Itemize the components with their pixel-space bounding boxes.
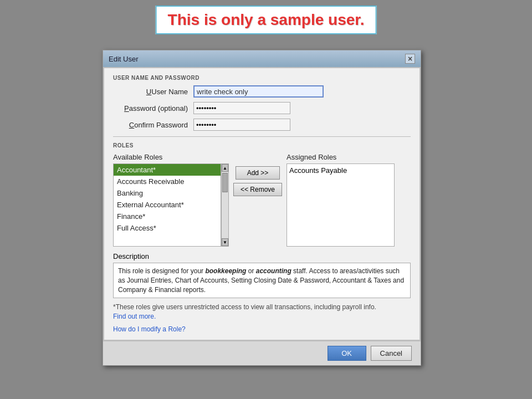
- list-item[interactable]: Accountant*: [114, 164, 221, 176]
- modify-role-link-container: How do I modify a Role?: [113, 325, 411, 333]
- roles-columns: Available Roles Accountant* Accounts Rec…: [113, 153, 411, 247]
- password-label: Password (optional): [113, 104, 193, 112]
- close-button[interactable]: ×: [405, 54, 415, 64]
- description-box: This role is designed for your bookkeepi…: [113, 263, 411, 298]
- find-out-more-link[interactable]: Find out more.: [113, 313, 156, 320]
- dialog-title: Edit User: [109, 55, 138, 63]
- roles-section-label: ROLES: [113, 142, 411, 149]
- list-item[interactable]: Finance*: [114, 211, 221, 222]
- divider: [113, 136, 411, 137]
- assigned-roles-label: Assigned Roles: [287, 153, 395, 161]
- list-item[interactable]: Banking: [114, 187, 221, 199]
- add-button[interactable]: Add >>: [236, 166, 280, 180]
- assigned-roles-col: Assigned Roles Accounts Payable: [287, 153, 395, 247]
- password-input[interactable]: [193, 102, 290, 114]
- roles-section: ROLES Available Roles Accountant* Accoun…: [113, 142, 411, 247]
- confirm-password-row: Confirm Password: [113, 119, 411, 131]
- cancel-button[interactable]: Cancel: [371, 346, 412, 361]
- username-label: UUser Name: [113, 88, 193, 96]
- description-label: Description: [113, 252, 411, 260]
- scroll-down-arrow[interactable]: ▼: [222, 238, 228, 246]
- modify-role-link[interactable]: How do I modify a Role?: [113, 325, 186, 333]
- list-item[interactable]: Full Access*: [114, 222, 221, 234]
- confirm-password-label: Confirm Password: [113, 121, 193, 129]
- dialog-body: USER NAME AND PASSWORD UUser Name Passwo…: [104, 68, 420, 340]
- list-item[interactable]: Accounts Receivable: [114, 176, 221, 187]
- dialog-footer: OK Cancel: [103, 341, 421, 365]
- scroll-thumb[interactable]: [222, 173, 228, 192]
- credentials-section-label: USER NAME AND PASSWORD: [113, 75, 411, 81]
- sample-user-banner: This is only a sample user.: [156, 6, 377, 34]
- ok-button[interactable]: OK: [328, 346, 366, 361]
- list-item[interactable]: External Accountant*: [114, 199, 221, 211]
- listbox-scrollbar[interactable]: ▲ ▼: [221, 163, 229, 247]
- banner-text: This is only a sample user.: [168, 11, 365, 28]
- username-row: UUser Name: [113, 85, 411, 98]
- edit-user-dialog: Edit User × USER NAME AND PASSWORD UUser…: [103, 50, 421, 366]
- available-roles-label: Available Roles: [113, 153, 229, 161]
- list-item[interactable]: Accounts Payable: [289, 166, 392, 175]
- password-row: Password (optional): [113, 102, 411, 114]
- description-section: Description This role is designed for yo…: [113, 252, 411, 298]
- add-remove-col: Add >> << Remove: [233, 153, 282, 196]
- remove-button[interactable]: << Remove: [233, 183, 282, 196]
- unrestricted-note: *These roles give users unrestricted acc…: [113, 303, 411, 321]
- available-roles-col: Available Roles Accountant* Accounts Rec…: [113, 153, 229, 247]
- scroll-up-arrow[interactable]: ▲: [222, 164, 228, 172]
- dialog-titlebar: Edit User ×: [103, 50, 421, 67]
- username-input[interactable]: [193, 85, 324, 98]
- confirm-password-input[interactable]: [193, 119, 290, 131]
- assigned-roles-listbox[interactable]: Accounts Payable: [287, 163, 395, 247]
- available-roles-listbox[interactable]: Accountant* Accounts Receivable Banking …: [113, 163, 221, 247]
